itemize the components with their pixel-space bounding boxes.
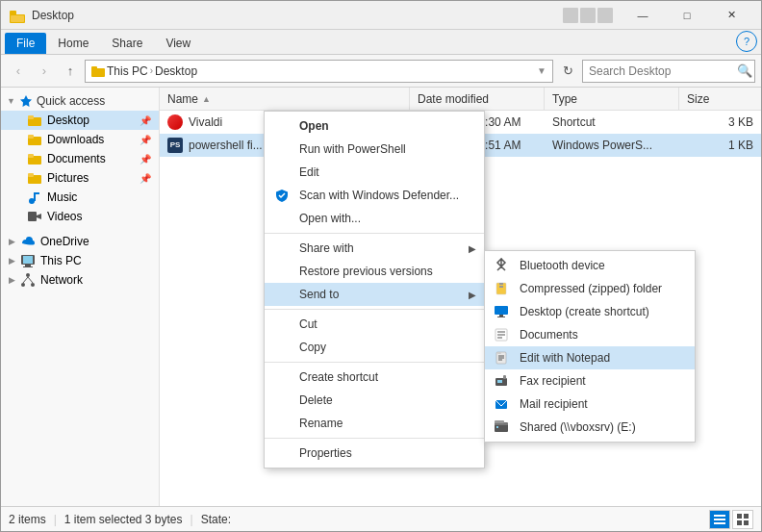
- ctx-item-scan[interactable]: Scan with Windows Defender...: [265, 184, 484, 207]
- svg-rect-31: [495, 306, 508, 315]
- sidebar-item-onedrive[interactable]: ▶ OneDrive: [1, 232, 159, 251]
- file-size-ps: 1 KB: [679, 139, 761, 152]
- documents-folder-icon: [28, 152, 41, 165]
- fax-icon: [495, 374, 508, 391]
- file-size-vivaldi: 3 KB: [679, 115, 761, 129]
- ctx-item-runps[interactable]: Run with PowerShell: [265, 138, 484, 161]
- ctx-item-rename[interactable]: Rename: [265, 412, 484, 435]
- back-button[interactable]: ‹: [7, 60, 30, 83]
- ctx-item-properties[interactable]: Properties: [265, 442, 484, 465]
- thispc-label: This PC: [40, 254, 82, 267]
- col-header-name[interactable]: Name ▲: [160, 88, 410, 110]
- view-details-button[interactable]: [709, 510, 730, 529]
- file-type-vivaldi: Shortcut: [545, 115, 679, 129]
- ctx-item-delete[interactable]: Delete: [265, 389, 484, 412]
- title-bar-icon: [9, 8, 26, 23]
- item-count: 2 items: [9, 513, 46, 526]
- title-bar-title: Desktop: [32, 9, 563, 22]
- sidebar-item-network[interactable]: ▶ Network: [1, 270, 159, 290]
- tab-file[interactable]: File: [5, 33, 46, 54]
- tab-share[interactable]: Share: [100, 33, 154, 54]
- svg-rect-50: [495, 420, 504, 423]
- search-bar[interactable]: 🔍: [582, 60, 755, 83]
- tab-home[interactable]: Home: [46, 33, 100, 54]
- downloads-folder-icon: [28, 133, 41, 146]
- ctx-item-sharewith[interactable]: Share with ▶: [265, 237, 484, 260]
- help-button[interactable]: ?: [736, 31, 757, 52]
- mail-icon: [495, 397, 508, 414]
- address-bar[interactable]: This PC › Desktop ▼: [85, 60, 553, 83]
- col-header-size[interactable]: Size: [679, 88, 761, 110]
- video-icon: [28, 210, 41, 223]
- ctx-item-edit[interactable]: Edit: [265, 161, 484, 184]
- sidebar-item-pictures[interactable]: Pictures 📌: [1, 168, 159, 188]
- submenu-arrow-sendto: ▶: [469, 290, 476, 300]
- sidebar-item-thispc[interactable]: ▶ This PC: [1, 251, 159, 270]
- svg-point-23: [26, 273, 30, 277]
- forward-button[interactable]: ›: [33, 60, 56, 83]
- svg-rect-13: [28, 173, 34, 177]
- sendto-zip[interactable]: Compressed (zipped) folder: [485, 277, 695, 300]
- submenu-arrow-share: ▶: [469, 243, 476, 254]
- tab-view[interactable]: View: [154, 33, 202, 54]
- refresh-button[interactable]: ↻: [556, 60, 579, 83]
- svg-rect-21: [25, 265, 31, 266]
- sidebar: ▼ Quick access Desktop 📌 Downloads 📌 Doc…: [1, 88, 160, 506]
- sendto-desktop-shortcut[interactable]: Desktop (create shortcut): [485, 300, 695, 323]
- chevron-right-icon: ▶: [9, 237, 15, 246]
- minimize-button[interactable]: —: [621, 1, 665, 30]
- sidebar-videos-label: Videos: [47, 210, 82, 223]
- ctx-separator-2: [265, 309, 484, 310]
- sidebar-group-quickaccess[interactable]: ▼ Quick access: [1, 91, 159, 111]
- svg-rect-44: [497, 380, 502, 383]
- vivaldi-icon: [167, 114, 183, 130]
- pin-icon-downloads: 📌: [140, 135, 151, 145]
- sendto-shared[interactable]: Shared (\\vboxsrv) (E:): [485, 416, 695, 439]
- sendto-mail[interactable]: Mail recipient: [485, 393, 695, 416]
- sendto-bluetooth[interactable]: Bluetooth device: [485, 254, 695, 277]
- sidebar-item-desktop[interactable]: Desktop 📌: [1, 111, 159, 130]
- up-button[interactable]: ↑: [59, 60, 82, 83]
- pictures-folder-icon: [28, 171, 41, 185]
- ctx-item-openwith[interactable]: Open with...: [265, 207, 484, 230]
- sidebar-item-music[interactable]: Music: [1, 188, 159, 207]
- sendto-edit-notepad[interactable]: Edit with Notepad: [485, 346, 695, 369]
- context-menu: Open Run with PowerShell Edit Scan with …: [264, 111, 485, 469]
- sendto-submenu: Bluetooth device Compressed (zipped) fol…: [484, 250, 696, 443]
- ctx-item-sendto[interactable]: Send to ▶: [265, 283, 484, 306]
- sendto-documents[interactable]: Documents: [485, 323, 695, 346]
- sidebar-item-documents[interactable]: Documents 📌: [1, 149, 159, 168]
- svg-rect-1: [10, 11, 16, 15]
- close-button[interactable]: ✕: [709, 1, 753, 30]
- ctx-item-restore[interactable]: Restore previous versions: [265, 260, 484, 283]
- shared-drive-icon: [495, 420, 508, 437]
- defender-icon: [275, 189, 289, 202]
- ctx-item-open[interactable]: Open: [265, 114, 484, 138]
- svg-rect-7: [28, 115, 34, 119]
- maximize-button[interactable]: □: [665, 1, 709, 30]
- file-type-ps: Windows PowerS...: [545, 139, 679, 152]
- sidebar-item-videos[interactable]: Videos: [1, 207, 159, 226]
- svg-rect-53: [714, 522, 725, 524]
- onedrive-label: OneDrive: [40, 235, 89, 248]
- svg-rect-32: [499, 315, 503, 317]
- sidebar-downloads-label: Downloads: [47, 133, 104, 146]
- sendto-fax[interactable]: Fax recipient: [485, 369, 695, 393]
- music-icon: [28, 190, 41, 204]
- svg-rect-42: [497, 352, 501, 354]
- ribbon-tabs: File Home Share View ?: [1, 30, 761, 55]
- svg-point-24: [21, 283, 25, 287]
- ctx-item-createshortcut[interactable]: Create shortcut: [265, 366, 484, 389]
- svg-rect-56: [737, 520, 742, 525]
- search-input[interactable]: [589, 64, 733, 78]
- sidebar-item-downloads[interactable]: Downloads 📌: [1, 130, 159, 149]
- desktop-icon: [495, 305, 508, 321]
- ctx-item-copy[interactable]: Copy: [265, 336, 484, 359]
- chevron-right-icon3: ▶: [9, 275, 15, 285]
- col-header-date[interactable]: Date modified: [410, 88, 545, 110]
- ctx-item-cut[interactable]: Cut: [265, 313, 484, 336]
- ctx-separator-4: [265, 438, 484, 439]
- col-header-type[interactable]: Type: [545, 88, 679, 110]
- view-icons-button[interactable]: [732, 510, 753, 529]
- folder-icon-address: [91, 64, 105, 78]
